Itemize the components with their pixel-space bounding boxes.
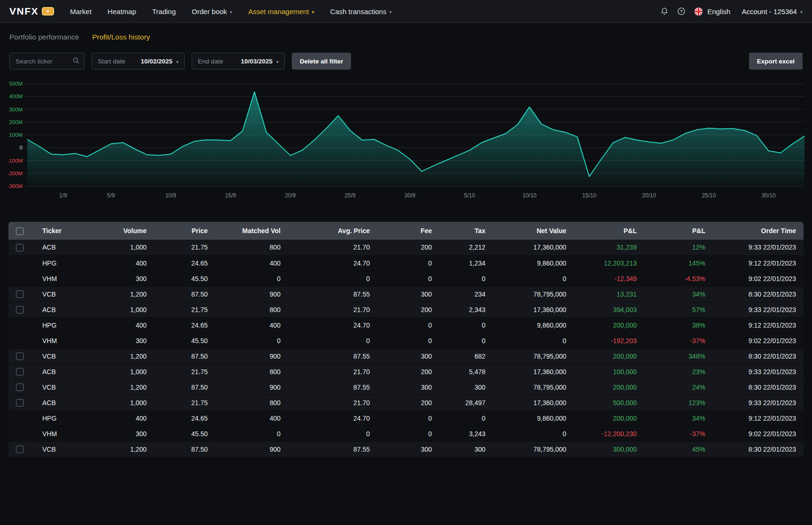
- row-checkbox[interactable]: [16, 368, 23, 376]
- x-axis-label: 30/10: [762, 192, 776, 199]
- cell-checkbox: [8, 410, 31, 426]
- table-row: VCB1,20087.5090087.5530030078,795,000200…: [8, 379, 804, 395]
- cell-avg-price: 0: [288, 271, 377, 286]
- cell-volume: 1,200: [73, 379, 154, 395]
- nav-item-label: Asset management: [248, 8, 309, 16]
- y-axis-label: 0: [20, 145, 23, 150]
- cell-price: 24.65: [154, 410, 215, 426]
- cell-net-value: 17,360,000: [493, 302, 574, 317]
- cell-avg-price: 21.70: [288, 302, 377, 317]
- cell-pnl-pct: 57%: [644, 302, 713, 317]
- cell-pnl-pct: 12%: [644, 240, 713, 255]
- cell-volume: 400: [73, 410, 154, 426]
- cell-order-time: 9:12 22/01/2023: [713, 410, 804, 426]
- y-axis-label: 200M: [9, 119, 23, 125]
- x-axis-label: 10/9: [165, 192, 177, 199]
- filter-bar: Start date 10/02/2025 ▾ End date 10/03/2…: [0, 53, 812, 70]
- cell-volume: 1,200: [73, 441, 154, 457]
- cell-price: 21.75: [154, 395, 215, 410]
- cell-order-time: 9:12 22/01/2023: [713, 317, 804, 333]
- delete-all-filter-button[interactable]: Delete all filter: [292, 53, 351, 70]
- nav-item-asset-management[interactable]: Asset management▾: [248, 8, 314, 16]
- cell-ticker: ACB: [31, 240, 73, 255]
- export-excel-button[interactable]: Export excel: [749, 53, 803, 70]
- select-all-checkbox[interactable]: [16, 227, 23, 235]
- cell-avg-price: 21.70: [288, 364, 377, 379]
- row-checkbox[interactable]: [16, 244, 23, 251]
- end-date-picker[interactable]: End date 10/03/2025 ▾: [192, 53, 285, 70]
- row-checkbox[interactable]: [16, 446, 23, 453]
- cell-avg-price: 87.55: [288, 348, 377, 364]
- language-selector[interactable]: English: [694, 7, 730, 16]
- cell-fee: 300: [377, 379, 439, 395]
- row-checkbox[interactable]: [16, 353, 23, 360]
- cell-pnl: 300,000: [574, 441, 644, 457]
- nav-item-label: Market: [70, 8, 92, 16]
- row-checkbox[interactable]: [16, 306, 23, 313]
- nav-item-market[interactable]: Market: [70, 8, 92, 16]
- cell-matched-vol: 0: [215, 426, 288, 441]
- cell-order-time: 9:02 22/01/2023: [713, 271, 804, 286]
- cell-ticker: VHM: [31, 426, 73, 441]
- table-row: VHM30045.500003,2430-12,200,230-37%9:02 …: [8, 426, 804, 441]
- cell-checkbox: [8, 426, 31, 441]
- start-date-picker[interactable]: Start date 10/02/2025 ▾: [92, 53, 185, 70]
- y-axis-label: -100M: [7, 158, 23, 164]
- svg-text:?: ?: [680, 9, 683, 14]
- nav-item-trading[interactable]: Trading: [152, 8, 176, 16]
- nav-right: ? English Account - 125364 ▾: [660, 7, 803, 16]
- cell-ticker: VCB: [31, 348, 73, 364]
- cell-pnl: 200,000: [574, 348, 644, 364]
- cell-order-time: 8:30 22/01/2023: [713, 348, 804, 364]
- start-date-value: 10/02/2025: [141, 58, 172, 65]
- row-checkbox[interactable]: [16, 384, 23, 391]
- cell-order-time: 9:33 22/01/2023: [713, 240, 804, 255]
- x-axis-label: 20/10: [642, 192, 656, 199]
- cell-fee: 0: [377, 333, 439, 348]
- nav-item-label: Trading: [152, 8, 176, 16]
- cell-checkbox: [8, 441, 31, 457]
- cell-ticker: ACB: [31, 302, 73, 317]
- col-matched-vol: Matched Vol: [215, 222, 288, 240]
- row-checkbox[interactable]: [16, 399, 23, 407]
- cell-matched-vol: 400: [215, 317, 288, 333]
- cell-net-value: 17,360,000: [493, 395, 574, 410]
- tab-profit-loss-history[interactable]: Profit/Loss history: [92, 33, 150, 41]
- cell-pnl-pct: -4.53%: [644, 271, 713, 286]
- y-axis-label: -200M: [7, 171, 23, 176]
- logo-text: VNFX: [9, 6, 39, 17]
- table-row: VCB1,20087.5090087.5530023478,795,00013,…: [8, 286, 804, 302]
- orders-table: TickerVolumePriceMatched VolAvg. PriceFe…: [8, 222, 804, 457]
- cell-matched-vol: 0: [215, 333, 288, 348]
- cell-order-time: 9:02 22/01/2023: [713, 333, 804, 348]
- cell-volume: 1,200: [73, 286, 154, 302]
- table-row: VHM30045.5000000-192,203-37%9:02 22/01/2…: [8, 333, 804, 348]
- x-axis-label: 10/10: [523, 192, 537, 199]
- cell-avg-price: 87.55: [288, 286, 377, 302]
- nav-item-order-book[interactable]: Order book▾: [192, 8, 232, 16]
- account-menu[interactable]: Account - 125364 ▾: [742, 8, 803, 16]
- col-ticker: Ticker: [31, 222, 73, 240]
- cell-avg-price: 24.70: [288, 255, 377, 271]
- account-label: Account - 125364: [742, 8, 797, 16]
- help-button[interactable]: ?: [677, 7, 686, 16]
- tab-portfolio-performance[interactable]: Portfolio performance: [9, 33, 79, 41]
- chevron-down-icon: ▾: [176, 58, 179, 64]
- cell-ticker: VCB: [31, 379, 73, 395]
- cell-pnl: 31,239: [574, 240, 644, 255]
- nav-item-heatmap[interactable]: Heatmap: [108, 8, 136, 16]
- cell-price: 21.75: [154, 302, 215, 317]
- cell-net-value: 9,860,000: [493, 410, 574, 426]
- row-checkbox[interactable]: [16, 290, 23, 298]
- cell-price: 45.50: [154, 426, 215, 441]
- cell-pnl: 13,231: [574, 286, 644, 302]
- cell-net-value: 78,795,000: [493, 286, 574, 302]
- uk-flag-icon: [694, 7, 703, 16]
- cell-matched-vol: 800: [215, 240, 288, 255]
- nav-item-cash-transactions[interactable]: Cash transactions▾: [330, 8, 391, 16]
- cell-volume: 400: [73, 317, 154, 333]
- logo[interactable]: VNFX +: [9, 6, 54, 17]
- cell-tax: 3,243: [439, 426, 493, 441]
- table-row: VCB1,20087.5090087.5530030078,795,000300…: [8, 441, 804, 457]
- notifications-button[interactable]: [660, 7, 669, 16]
